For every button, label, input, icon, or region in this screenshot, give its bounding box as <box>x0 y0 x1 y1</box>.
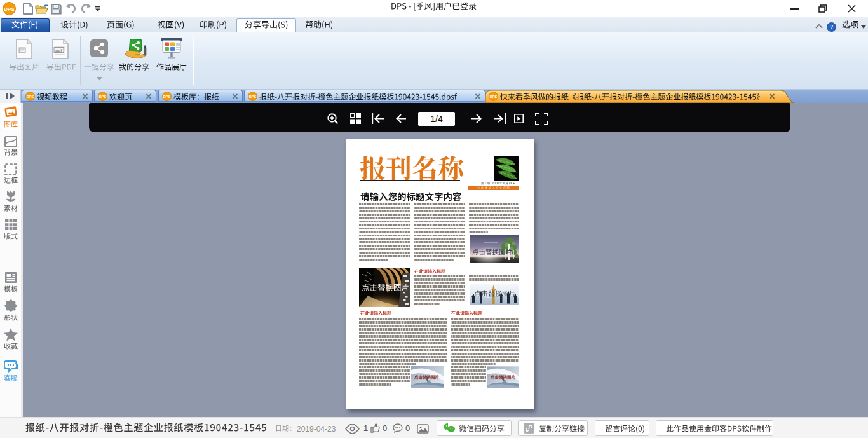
svg-text:DPS: DPS <box>490 95 498 99</box>
svg-text:DPS: DPS <box>99 95 107 99</box>
svg-text:DPS: DPS <box>163 95 171 99</box>
svg-text:DPS: DPS <box>249 95 257 99</box>
svg-text:?: ? <box>830 24 833 31</box>
svg-text:DPS: DPS <box>4 6 15 12</box>
svg-text:DPS: DPS <box>27 95 34 99</box>
svg-text:pdf: pdf <box>55 48 63 53</box>
